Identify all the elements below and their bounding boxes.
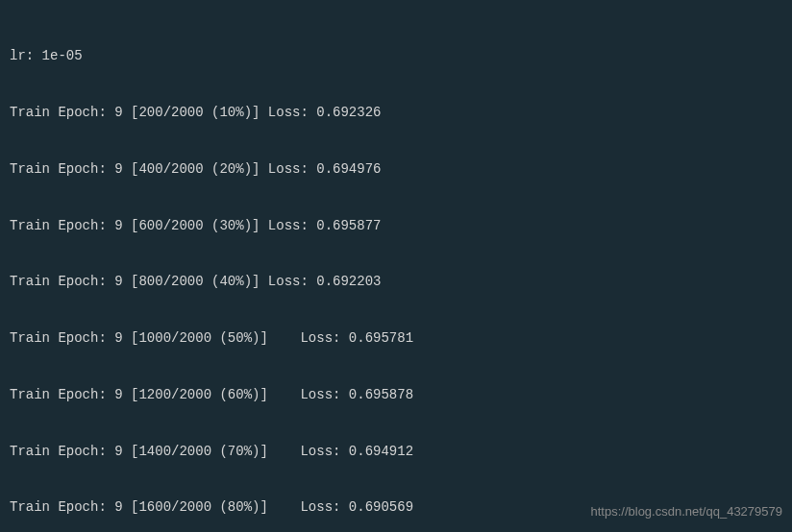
train-line: Train Epoch: 9 [1000/2000 (50%)] Loss: 0… (10, 329, 782, 349)
train-line: Train Epoch: 9 [200/2000 (10%)] Loss: 0.… (10, 104, 782, 123)
train-line: Train Epoch: 9 [400/2000 (20%)] Loss: 0.… (10, 160, 782, 180)
lr-line: lr: 1e-05 (10, 47, 782, 66)
watermark: https://blog.csdn.net/qq_43279579 (591, 503, 783, 520)
terminal-output: lr: 1e-05 Train Epoch: 9 [200/2000 (10%)… (10, 10, 782, 532)
train-line: Train Epoch: 9 [600/2000 (30%)] Loss: 0.… (10, 217, 782, 236)
train-line: Train Epoch: 9 [800/2000 (40%)] Loss: 0.… (10, 273, 782, 292)
train-line: Train Epoch: 9 [1400/2000 (70%)] Loss: 0… (10, 443, 782, 462)
train-line: Train Epoch: 9 [1200/2000 (60%)] Loss: 0… (10, 386, 782, 405)
